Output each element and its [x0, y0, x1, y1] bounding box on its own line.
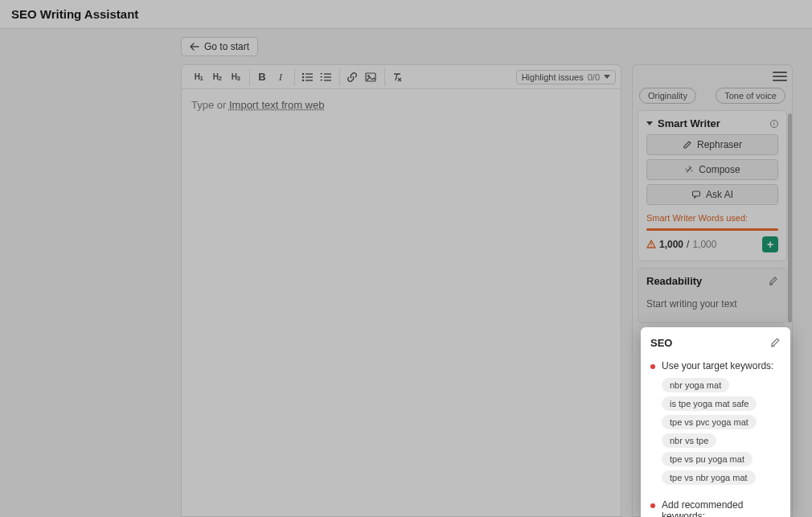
chevron-down-icon: [604, 75, 610, 79]
info-icon[interactable]: i: [770, 120, 778, 128]
svg-point-0: [302, 72, 305, 75]
h3-button[interactable]: H3: [227, 68, 244, 86]
svg-rect-15: [650, 243, 651, 245]
menu-icon[interactable]: [773, 69, 787, 84]
link-button[interactable]: [343, 68, 361, 86]
go-to-start-button[interactable]: Go to start: [181, 37, 258, 56]
keyword-chip[interactable]: nbr vs tpe: [662, 433, 716, 448]
keyword-chip[interactable]: nbr yoga mat: [662, 378, 729, 392]
seo-recommend-label: Add recommended keywords:: [662, 499, 781, 517]
total-value: 1,000: [692, 239, 716, 250]
numbered-list-button[interactable]: [317, 68, 334, 86]
seo-target-section: Use your target keywords: nbr yoga mat i…: [650, 360, 781, 485]
highlight-issues-toggle[interactable]: Highlight issues 0/0: [516, 70, 616, 84]
compose-label: Compose: [699, 164, 740, 175]
svg-rect-1: [306, 73, 313, 74]
rephraser-label: Rephraser: [697, 139, 742, 150]
highlight-issues-count: 0/0: [588, 72, 600, 82]
originality-pill[interactable]: Originality: [639, 88, 696, 104]
warning-icon: [646, 240, 656, 249]
svg-rect-10: [321, 76, 323, 77]
usage-count: 1,000/1,000: [646, 239, 716, 250]
editor-toolbar: H1 H2 H3 B I: [182, 65, 621, 89]
editor-panel: H1 H2 H3 B I: [181, 64, 621, 517]
status-dot-icon: [650, 503, 655, 508]
heading-group: H1 H2 H3: [187, 68, 248, 86]
sidebar-top: [633, 65, 792, 88]
keyword-chip[interactable]: tpe vs pu yoga mat: [662, 452, 753, 466]
svg-point-4: [302, 79, 305, 81]
svg-rect-8: [324, 80, 331, 80]
svg-rect-6: [324, 73, 331, 74]
svg-rect-14: [692, 191, 699, 196]
bullet-list-button[interactable]: [298, 68, 316, 86]
compose-button[interactable]: Compose: [646, 159, 778, 180]
svg-rect-11: [321, 80, 323, 80]
import-text-link[interactable]: Import text from web: [229, 99, 324, 111]
svg-rect-7: [324, 76, 331, 77]
status-dot-icon: [650, 364, 655, 369]
readability-title: Readability: [646, 275, 778, 287]
chat-icon: [691, 190, 701, 199]
svg-rect-5: [306, 80, 313, 80]
editor-placeholder-prefix: Type or: [191, 99, 229, 111]
list-group: [294, 68, 338, 86]
edit-icon[interactable]: [769, 276, 778, 285]
seo-target-label: Use your target keywords:: [662, 360, 773, 371]
editor-body[interactable]: Type or Import text from web: [182, 89, 621, 516]
edit-icon: [683, 140, 692, 150]
keyword-list: nbr yoga mat is tpe yoga mat safe tpe vs…: [662, 378, 781, 485]
collapse-toggle[interactable]: [646, 121, 653, 125]
keyword-chip[interactable]: is tpe yoga mat safe: [662, 396, 757, 411]
app-header: SEO Writing Assistant: [0, 0, 812, 29]
bold-button[interactable]: B: [253, 68, 271, 86]
rephraser-button[interactable]: Rephraser: [646, 134, 778, 155]
usage-label: Smart Writer Words used:: [646, 213, 778, 223]
readability-body: Start writing your text: [646, 298, 778, 310]
pill-row: Originality Tone of voice: [633, 88, 792, 110]
seo-card: SEO Use your target keywords: nbr yoga m…: [641, 327, 790, 517]
smart-writer-title: Smart Writer: [658, 117, 720, 129]
scrollbar[interactable]: [788, 113, 792, 322]
keyword-chip[interactable]: tpe vs nbr yoga mat: [662, 470, 756, 485]
highlight-issues-label: Highlight issues: [522, 72, 584, 82]
svg-point-2: [302, 76, 305, 78]
h1-button[interactable]: H1: [190, 68, 207, 86]
seo-title: SEO: [650, 337, 781, 349]
readability-card: Readability Start writing your text: [638, 268, 787, 323]
ask-ai-label: Ask AI: [706, 189, 733, 200]
italic-button[interactable]: I: [272, 68, 289, 86]
seo-recommend-section: Add recommended keywords:: [650, 499, 781, 517]
svg-point-13: [368, 75, 370, 76]
tone-pill[interactable]: Tone of voice: [716, 88, 785, 104]
svg-rect-9: [321, 73, 323, 74]
go-to-start-label: Go to start: [204, 41, 249, 52]
keyword-chip[interactable]: tpe vs pvc yoga mat: [662, 415, 757, 429]
insert-group: [339, 68, 383, 86]
h2-button[interactable]: H2: [208, 68, 226, 86]
style-group: B I: [249, 68, 293, 86]
used-value: 1,000: [659, 239, 683, 250]
page-title: SEO Writing Assistant: [11, 7, 138, 21]
edit-icon[interactable]: [770, 337, 781, 347]
wand-icon: [684, 165, 694, 174]
smart-writer-card: Smart Writer i Rephraser Compose Ask AI: [638, 110, 787, 261]
ask-ai-button[interactable]: Ask AI: [646, 184, 778, 205]
svg-rect-16: [650, 246, 651, 247]
image-button[interactable]: [362, 68, 379, 86]
clear-format-button[interactable]: [388, 68, 406, 86]
svg-rect-3: [306, 76, 313, 77]
arrow-left-icon: [190, 43, 199, 51]
add-words-button[interactable]: +: [762, 236, 778, 252]
usage-bar: [646, 228, 778, 231]
clear-group: [384, 68, 409, 86]
